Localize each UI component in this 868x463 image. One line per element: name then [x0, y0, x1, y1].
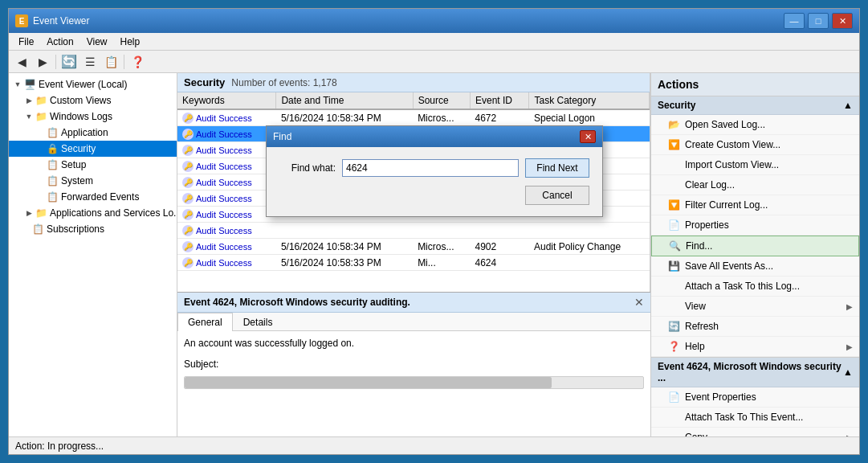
action-filter-log[interactable]: 🔽 Filter Current Log...	[651, 195, 859, 215]
actions-section-event-title: Event 4624, Microsoft Windows security .…	[658, 361, 843, 383]
custom-views-label: Custom Views	[50, 95, 111, 106]
help-icon: ❓	[667, 340, 680, 353]
cell-eventid: 4672	[471, 109, 529, 126]
cell-source: Micros...	[413, 239, 470, 255]
action-clear-log-label: Clear Log...	[685, 179, 735, 191]
event-detail-tabs: General Details	[177, 313, 650, 331]
action-attach-task-event[interactable]: Attach Task To This Event...	[651, 408, 859, 428]
table-row[interactable]: 🔑Audit Success5/16/2024 10:58:34 PMMicro…	[177, 239, 650, 255]
sidebar-item-forwarded-events[interactable]: 📋 Forwarded Events	[9, 189, 177, 205]
view-icon	[667, 300, 680, 313]
sidebar-item-app-services[interactable]: ▶ 📁 Applications and Services Lo...	[9, 205, 177, 221]
app-services-label: Applications and Services Lo...	[50, 207, 177, 219]
window-title: Event Viewer	[33, 15, 784, 27]
tab-general[interactable]: General	[177, 313, 233, 331]
action-refresh[interactable]: 🔄 Refresh	[651, 317, 859, 337]
col-source[interactable]: Source	[413, 92, 470, 109]
minimize-button[interactable]: —	[784, 13, 805, 29]
close-detail-button[interactable]: ✕	[634, 296, 644, 309]
cell-keywords: 🔑Audit Success	[177, 223, 276, 239]
table-row[interactable]: 🔑Audit Success5/16/2024 10:58:34 PMMicro…	[177, 109, 650, 126]
properties-toolbar-button[interactable]: 📋	[101, 53, 120, 71]
cancel-button[interactable]: Cancel	[525, 186, 589, 205]
sidebar-item-security[interactable]: 🔒 Security	[9, 141, 177, 157]
tab-details[interactable]: Details	[233, 313, 283, 331]
refresh-toolbar-button[interactable]: 🔄	[59, 53, 79, 71]
app-icon: E	[15, 14, 28, 27]
attach-task-event-icon	[667, 411, 680, 424]
action-help[interactable]: ❓ Help ▶	[651, 337, 859, 357]
actions-section-security[interactable]: Security ▲	[651, 96, 859, 115]
events-pane-title: Security	[184, 76, 225, 88]
cell-category	[529, 255, 650, 271]
col-category[interactable]: Task Category	[529, 92, 650, 109]
setup-icon: 📋	[46, 158, 59, 171]
close-window-button[interactable]: ✕	[832, 13, 853, 29]
help-toolbar-button[interactable]: ❓	[128, 53, 147, 71]
sidebar-item-system[interactable]: 📋 System	[9, 173, 177, 189]
col-eventid[interactable]: Event ID	[471, 92, 529, 109]
action-view[interactable]: View ▶	[651, 297, 859, 317]
sidebar-item-subscriptions[interactable]: 📋 Subscriptions	[9, 221, 177, 237]
table-row[interactable]: 🔑Audit Success	[177, 223, 650, 239]
show-hide-button[interactable]: ☰	[80, 53, 100, 71]
action-open-saved-log[interactable]: 📂 Open Saved Log...	[651, 115, 859, 135]
action-menu[interactable]: Action	[40, 35, 79, 49]
action-import-custom-view[interactable]: Import Custom View...	[651, 155, 859, 175]
find-icon: 🔍	[668, 240, 681, 252]
view-menu[interactable]: View	[80, 35, 114, 49]
maximize-button[interactable]: □	[808, 13, 829, 29]
find-dialog: Find ✕ Find what: Find Next Cancel	[266, 125, 603, 217]
action-save-label: Save All Events As...	[685, 260, 773, 272]
col-keywords[interactable]: Keywords	[177, 92, 276, 109]
cell-datetime	[276, 223, 413, 239]
toolbar: ◀ ▶ 🔄 ☰ 📋 ❓	[9, 51, 859, 73]
action-properties[interactable]: 📄 Properties	[651, 215, 859, 236]
help-menu[interactable]: Help	[114, 35, 147, 49]
action-help-label: Help	[685, 341, 705, 352]
sidebar-item-custom-views[interactable]: ▶ 📁 Custom Views	[9, 92, 177, 109]
custom-views-expander: ▶	[23, 95, 35, 106]
action-event-properties[interactable]: 📄 Event Properties	[651, 387, 859, 408]
sidebar-item-application[interactable]: 📋 Application	[9, 125, 177, 141]
cell-keywords: 🔑Audit Success	[177, 239, 276, 255]
find-what-row: Find what: Find Next	[279, 158, 589, 178]
find-dialog-title-bar: Find ✕	[267, 126, 602, 147]
application-icon: 📋	[46, 126, 59, 139]
cell-keywords: 🔑Audit Success	[177, 158, 276, 174]
action-properties-label: Properties	[685, 219, 729, 231]
find-what-input[interactable]	[342, 159, 519, 177]
col-datetime[interactable]: Date and Time	[276, 92, 413, 109]
status-bar: Action: In progress...	[9, 436, 859, 454]
cell-category	[529, 223, 650, 239]
root-label: Event Viewer (Local)	[39, 79, 128, 90]
sidebar-item-windows-logs[interactable]: ▼ 📁 Windows Logs	[9, 109, 177, 125]
back-button[interactable]: ◀	[12, 53, 31, 71]
action-filter-label: Filter Current Log...	[685, 199, 768, 211]
action-copy[interactable]: Copy ▶	[651, 428, 859, 436]
action-create-custom-view[interactable]: 🔽 Create Custom View...	[651, 135, 859, 155]
file-menu[interactable]: File	[12, 35, 40, 49]
actions-header: Actions	[651, 73, 859, 96]
section-collapse-icon: ▲	[843, 100, 853, 111]
cell-datetime: 5/16/2024 10:58:33 PM	[276, 255, 413, 271]
action-attach-task[interactable]: Attach a Task To this Log...	[651, 277, 859, 297]
security-label: Security	[61, 143, 96, 154]
actions-section-event[interactable]: Event 4624, Microsoft Windows security .…	[651, 358, 859, 387]
forward-button[interactable]: ▶	[33, 53, 52, 71]
action-save-all-events[interactable]: 💾 Save All Events As...	[651, 256, 859, 277]
table-row[interactable]: 🔑Audit Success5/16/2024 10:58:33 PMMi...…	[177, 255, 650, 271]
action-clear-log[interactable]: Clear Log...	[651, 175, 859, 195]
properties-icon: 📄	[667, 219, 680, 232]
forwarded-events-label: Forwarded Events	[61, 191, 139, 203]
action-view-label: View	[685, 301, 706, 312]
find-dialog-close-button[interactable]: ✕	[580, 130, 596, 143]
sidebar-item-root[interactable]: ▼ 🖥️ Event Viewer (Local)	[9, 76, 177, 92]
action-find[interactable]: 🔍 Find...	[651, 236, 859, 256]
windows-logs-label: Windows Logs	[50, 111, 112, 122]
sidebar-item-setup[interactable]: 📋 Setup	[9, 157, 177, 173]
application-expander	[38, 127, 46, 138]
find-next-button[interactable]: Find Next	[525, 158, 589, 178]
setup-expander	[38, 159, 46, 170]
cell-keywords: 🔑Audit Success	[177, 255, 276, 271]
